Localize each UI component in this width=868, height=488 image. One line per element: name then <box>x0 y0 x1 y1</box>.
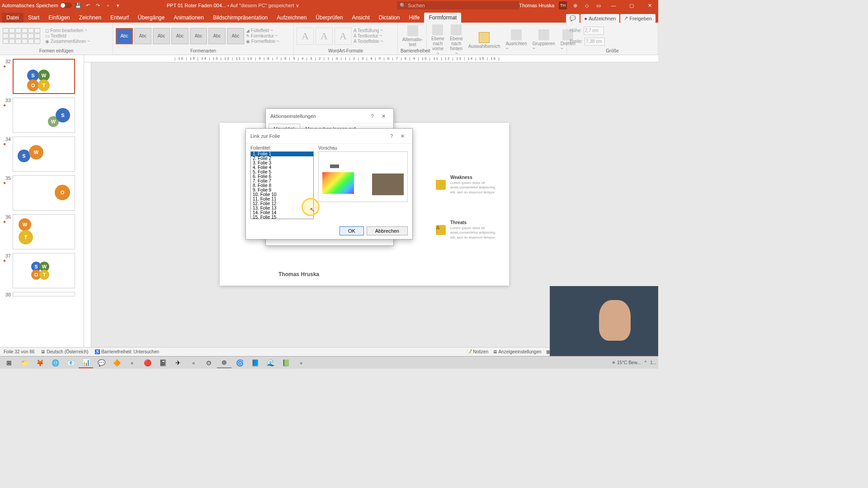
minimize-button[interactable]: — <box>607 0 620 11</box>
slide-thumb-33[interactable]: S W <box>13 98 75 133</box>
app-icon[interactable]: ▫ <box>186 357 201 368</box>
app-icon[interactable]: ⊙ <box>202 357 216 368</box>
wordart-gallery[interactable]: A A A <box>297 28 352 45</box>
slide-thumb-32[interactable]: S W O T <box>13 59 75 94</box>
help-button[interactable]: ? <box>386 131 397 141</box>
save-icon[interactable]: 💾 <box>75 2 82 9</box>
alt-text-button[interactable]: Alternativ- text <box>401 24 425 48</box>
text-effects-button[interactable]: A Texteffekte ~ <box>354 39 383 44</box>
slide-thumb-36[interactable]: W T <box>13 214 75 249</box>
telegram-icon[interactable]: ✈ <box>171 357 185 368</box>
send-backward-button[interactable]: Ebene nach hinten ~ <box>448 23 465 57</box>
merge-shapes-button[interactable]: ◉ Zusammenführen ~ <box>45 39 90 44</box>
text-fill-button[interactable]: A Textfüllung ~ <box>354 28 383 33</box>
language-indicator[interactable]: 🖥 Deutsch (Österreich) <box>41 349 88 354</box>
excel-icon[interactable]: 📗 <box>278 357 293 368</box>
start-button[interactable]: ⊞ <box>2 357 16 368</box>
redo-icon[interactable]: ↷ <box>94 2 102 9</box>
slide-thumbnails-panel[interactable]: 32★ S W O T 33★ S W 34★ S W 35★ O 36★ W <box>0 55 84 351</box>
bring-forward-button[interactable]: Ebene nach vorne ~ <box>429 23 446 57</box>
user-avatar[interactable]: TH <box>559 1 567 9</box>
word-icon[interactable]: 📘 <box>248 357 262 368</box>
help-button[interactable]: ? <box>367 112 378 121</box>
coming-soon-icon[interactable]: ⊕ <box>571 2 579 9</box>
tab-draw[interactable]: Zeichnen <box>75 13 106 23</box>
list-item[interactable]: 15. Folie 15 <box>251 215 313 219</box>
group-button[interactable]: Gruppieren ~ <box>531 28 557 52</box>
accessibility-check[interactable]: ♿ Barrierefreiheit: Untersuchen <box>94 349 159 354</box>
app-icon[interactable]: 🔴 <box>140 357 155 368</box>
qat-dropdown-icon[interactable]: ▾ <box>114 2 122 9</box>
search-input[interactable] <box>408 3 516 8</box>
display-settings-button[interactable]: 🖥 Anzeigeeinstellungen <box>493 349 541 354</box>
slide-counter[interactable]: Folie 32 von 86 <box>4 349 34 354</box>
firefox-icon[interactable]: 🦊 <box>33 357 47 368</box>
app-icon[interactable]: ⊚ <box>217 357 231 368</box>
app-icon[interactable]: 💬 <box>94 357 108 368</box>
outlook-icon[interactable]: 📧 <box>63 357 78 368</box>
height-input[interactable] <box>584 27 604 35</box>
document-title[interactable]: PPT 01 Roter Faden 004... • Auf "diesem … <box>122 3 397 9</box>
search-box[interactable]: 🔍 <box>397 1 519 9</box>
tab-animations[interactable]: Animationen <box>169 13 208 23</box>
width-input[interactable] <box>585 38 605 46</box>
text-outline-button[interactable]: A Textkontur ~ <box>354 33 383 38</box>
tab-insert[interactable]: Einfügen <box>44 13 74 23</box>
close-icon[interactable]: ✕ <box>378 112 389 121</box>
vlc-icon[interactable]: 🔶 <box>109 357 124 368</box>
tray-chevron[interactable]: ^ <box>644 360 646 365</box>
tab-design[interactable]: Entwurf <box>106 13 133 23</box>
tab-help[interactable]: Hilfe <box>404 13 424 23</box>
edge-icon[interactable]: 🌊 <box>263 357 278 368</box>
share-button[interactable]: ↗ Freigeben <box>620 14 656 23</box>
qat-more-icon[interactable]: ▫ <box>104 2 112 9</box>
shapes-gallery[interactable] <box>3 28 43 44</box>
cancel-button[interactable]: Abbrechen <box>367 226 408 235</box>
slide-list[interactable]: 1. Folie 1 2. Folie 2 3. Folie 3 4. Foli… <box>250 151 314 219</box>
weather-widget[interactable]: ☀ 15°C Bew... <box>612 360 641 365</box>
app-icon[interactable]: ▫ <box>294 357 308 368</box>
window-layout-icon[interactable]: ▭ <box>595 2 602 9</box>
tab-file[interactable]: Datei <box>2 13 24 23</box>
shape-fill-button[interactable]: ◢ Fülleffekt ~ <box>246 28 279 33</box>
slide-thumb-35[interactable]: O <box>13 175 75 211</box>
undo-icon[interactable]: ↶ <box>85 2 92 9</box>
tab-record[interactable]: Aufzeichnen <box>272 13 311 23</box>
record-button[interactable]: ● Aufzeichnen <box>580 14 619 23</box>
slide-thumb-34[interactable]: S W <box>13 136 75 172</box>
tab-dictation[interactable]: Dictation <box>374 13 405 23</box>
textbox-button[interactable]: ▭ Textfeld <box>45 33 90 38</box>
tab-slideshow[interactable]: Bildschirmpräsentation <box>208 13 272 23</box>
explorer-icon[interactable]: 📁 <box>17 357 32 368</box>
clock[interactable]: 1... <box>650 360 656 365</box>
maximize-button[interactable]: ▢ <box>625 0 638 11</box>
notes-button[interactable]: 📝 Notizen <box>467 349 489 354</box>
close-button[interactable]: ✕ <box>643 0 656 11</box>
tab-transitions[interactable]: Übergänge <box>133 13 169 23</box>
user-name[interactable]: Thomas Hruska <box>519 3 554 8</box>
shape-effects-button[interactable]: ◉ Formeffekte ~ <box>246 39 279 44</box>
onenote-icon[interactable]: 📓 <box>156 357 170 368</box>
selection-pane-button[interactable]: Auswahlbereich <box>467 31 502 50</box>
shape-outline-button[interactable]: ✎ Formkontur ~ <box>246 33 279 38</box>
slide-thumb-37[interactable]: S W O T <box>13 253 75 288</box>
powerpoint-icon[interactable]: 📊 <box>79 357 93 368</box>
app-icon[interactable]: 🌀 <box>232 357 247 368</box>
edit-shape-button[interactable]: ◻ Form bearbeiten ~ <box>45 28 90 33</box>
slide-thumb-38[interactable] <box>13 292 75 296</box>
shape-styles-gallery[interactable]: Abc Abc Abc Abc Abc Abc Abc <box>116 28 244 44</box>
autosave-toggle[interactable]: Automatisches Speichern <box>2 3 72 8</box>
close-icon[interactable]: ✕ <box>397 131 408 141</box>
tab-start[interactable]: Start <box>24 13 44 23</box>
ok-button[interactable]: OK <box>340 226 364 235</box>
weakness-desc: Lorem ipsum dolor sit amet,consectetur a… <box>450 181 500 195</box>
comments-button[interactable]: 💬 <box>566 14 580 23</box>
tab-view[interactable]: Ansicht <box>347 13 374 23</box>
align-button[interactable]: Ausrichten ~ <box>504 28 528 52</box>
app-icon[interactable]: ▫ <box>125 357 139 368</box>
horizontal-ruler: | 16 | 15 | 14 | 13 | 12 | 11 | 10 | 9 |… <box>84 55 658 62</box>
ribbon-display-icon[interactable]: ◇ <box>583 2 590 9</box>
tab-shapeformat[interactable]: Formformat <box>424 13 461 23</box>
tab-review[interactable]: Überprüfen <box>311 13 347 23</box>
chrome-icon[interactable]: 🌐 <box>48 357 62 368</box>
